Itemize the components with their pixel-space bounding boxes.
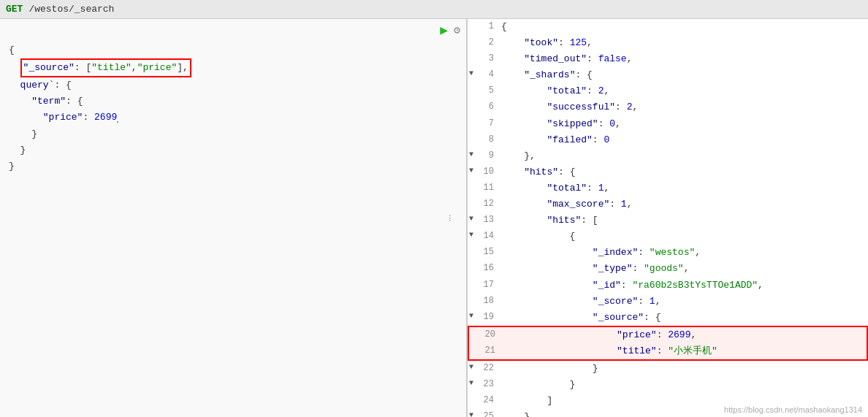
line-number: 11 (468, 180, 498, 196)
result-line: ▼10 "hits": { (468, 164, 868, 180)
result-line: 7 "skipped": 0, (468, 116, 868, 132)
line-number: ▼13 (468, 213, 498, 229)
line-number: 5 (468, 83, 498, 99)
line-number: 15 (468, 245, 498, 261)
line-content: } (498, 361, 598, 377)
result-line: 8 "failed": 0 (468, 132, 868, 148)
main-container: ▶ ⚙ { "_source": ["title","price"], quer… (0, 19, 868, 417)
line-number: 17 (468, 278, 498, 294)
line-number: 12 (468, 196, 498, 213)
line-content: "skipped": 0, (498, 116, 621, 132)
query-editor[interactable]: { "_source": ["title","price"], query`: … (0, 23, 466, 194)
left-panel: ▶ ⚙ { "_source": ["title","price"], quer… (0, 19, 468, 417)
line-number: 16 (468, 261, 498, 277)
result-line: ▼4 "_shards": { (468, 67, 868, 83)
line-number: 6 (468, 99, 498, 115)
result-line: 11 "total": 1, (468, 180, 868, 196)
top-bar: GET /westos/_search (0, 0, 868, 19)
line-content: ] (498, 393, 552, 409)
result-line: ▼22 } (468, 361, 868, 377)
line-content: "total": 1, (498, 180, 609, 196)
line-content: } (498, 377, 575, 393)
result-line: 21 "title": "小米手机" (469, 343, 867, 359)
line-content: "price": 2699, (500, 327, 696, 343)
highlighted-result-box: 20 "price": 2699,21 "title": "小米手机" (468, 326, 868, 361)
right-panel: 1 {2 "took": 125,3 "timed_out": false,▼4… (468, 19, 868, 417)
result-line: ▼19 "_source": { (468, 310, 868, 326)
line-number: 24 (468, 393, 498, 409)
left-toolbar: ▶ ⚙ (440, 22, 460, 38)
result-line: 20 "price": 2699, (469, 327, 867, 343)
result-line: 6 "successful": 2, (468, 99, 868, 115)
panel-separator: … (446, 214, 459, 222)
line-number: 8 (468, 132, 498, 148)
http-method: GET (6, 4, 23, 15)
line-number: 3 (468, 51, 498, 67)
result-line: 17 "_id": "ra60b2sB3tYsTTOe1ADD", (468, 278, 868, 294)
line-content: "max_score": 1, (498, 196, 632, 213)
line-number: 18 (468, 294, 498, 310)
line-number: ▼10 (468, 164, 498, 180)
line-content: } (498, 409, 530, 417)
line-number: ▼23 (468, 377, 498, 393)
settings-button[interactable]: ⚙ (454, 23, 460, 37)
line-content: "timed_out": false, (498, 51, 632, 67)
result-line: ▼14 { (468, 229, 868, 245)
run-button[interactable]: ▶ (440, 22, 448, 38)
result-line: ▼9 }, (468, 148, 868, 164)
line-content: "_type": "goods", (498, 261, 689, 277)
line-content: "title": "小米手机" (500, 343, 717, 359)
line-number: ▼9 (468, 148, 498, 164)
line-content: "_source": { (498, 310, 660, 326)
line-number: 2 (468, 35, 498, 51)
result-line: 3 "timed_out": false, (468, 51, 868, 67)
line-content: "hits": [ (498, 213, 598, 229)
line-content: { (498, 229, 575, 245)
line-number: ▼25 (468, 409, 498, 417)
line-number: 7 (468, 116, 498, 132)
line-number: 21 (469, 343, 500, 359)
result-line: 12 "max_score": 1, (468, 196, 868, 213)
line-content: "_shards": { (498, 67, 593, 83)
line-content: "_index": "westos", (498, 245, 701, 261)
result-line: 5 "total": 2, (468, 83, 868, 99)
line-number: ▼22 (468, 361, 498, 377)
line-number: 1 (468, 19, 498, 35)
result-line: 16 "_type": "goods", (468, 261, 868, 277)
result-line: 15 "_index": "westos", (468, 245, 868, 261)
line-content: "_id": "ra60b2sB3tYsTTOe1ADD", (498, 278, 764, 294)
line-content: "total": 2, (498, 83, 609, 99)
line-content: "successful": 2, (498, 99, 638, 115)
result-line: ▼13 "hits": [ (468, 213, 868, 229)
result-line: 18 "_score": 1, (468, 294, 868, 310)
line-content: { (498, 19, 507, 35)
line-content: "_score": 1, (498, 294, 660, 310)
line-content: "took": 125, (498, 35, 593, 51)
line-number: ▼4 (468, 67, 498, 83)
result-line: ▼23 } (468, 377, 868, 393)
line-content: "hits": { (498, 164, 575, 180)
line-content: "failed": 0 (498, 132, 609, 148)
line-content: }, (498, 148, 536, 164)
line-number: ▼19 (468, 310, 498, 326)
line-number: ▼14 (468, 229, 498, 245)
line-number: 20 (469, 327, 500, 343)
request-url: /westos/_search (28, 4, 114, 15)
result-line: 1 { (468, 19, 868, 35)
result-line: 2 "took": 125, (468, 35, 868, 51)
watermark: https://blog.csdn.net/mashaokang1314 (724, 405, 862, 414)
